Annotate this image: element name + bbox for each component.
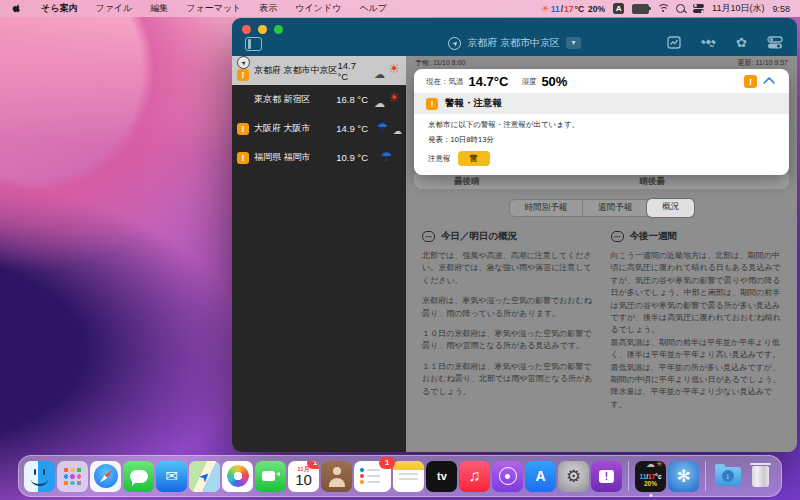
menu-edit[interactable]: 編集 bbox=[141, 2, 177, 15]
menubar-precip: 20% bbox=[588, 4, 605, 14]
cloud-sun-icon: ☁☀ bbox=[374, 91, 400, 109]
dock-facetime-icon[interactable] bbox=[255, 461, 286, 492]
dock-safari-icon[interactable] bbox=[90, 461, 121, 492]
city-temp: 14.7 °C bbox=[338, 60, 374, 82]
menu-window[interactable]: ウインドウ bbox=[286, 2, 350, 15]
humidity-value: 50% bbox=[541, 74, 567, 89]
menu-help[interactable]: ヘルプ bbox=[350, 2, 396, 15]
menu-app-name[interactable]: そら案内 bbox=[32, 2, 86, 15]
sidebar-row-tokyo[interactable]: 東京都 新宿区 16.8 °C ☁☀ bbox=[232, 85, 406, 114]
sidebar-row-osaka[interactable]: ! 大阪府 大阪市 14.9 °C ☂☁ bbox=[232, 114, 406, 143]
dock-appletv-icon[interactable]: tv bbox=[426, 461, 457, 492]
battery-icon[interactable] bbox=[632, 4, 649, 14]
dock-system-preferences-icon[interactable]: ⚙ bbox=[558, 461, 589, 492]
section-title: 今日／明日の概況 bbox=[441, 230, 517, 243]
menu-file[interactable]: ファイル bbox=[86, 2, 141, 15]
dock-calendar-icon[interactable]: 1 11月 10 bbox=[288, 461, 319, 492]
dock-messages-icon[interactable] bbox=[123, 461, 154, 492]
tab-weekly-forecast[interactable]: 週間予報 bbox=[583, 200, 648, 216]
control-center-icon[interactable] bbox=[693, 4, 704, 14]
sidebar-row-fukuoka[interactable]: ! 福岡県 福岡市 10.9 °C ☂ bbox=[232, 143, 406, 172]
location-icon: ➤ bbox=[448, 37, 461, 50]
week-paragraph: 最低気温は、平年並の所が多い見込みですが、期間の中頃に平年より低い日があるでしょ… bbox=[611, 362, 784, 387]
humidity-label: 湿度 bbox=[521, 77, 536, 87]
dock-podcasts-icon[interactable] bbox=[492, 461, 523, 492]
updated-time-label: 更新: 11/10 9:57 bbox=[738, 58, 788, 68]
speech-bubble-icon: ⋯ bbox=[611, 231, 624, 242]
dock-mail-icon[interactable]: ✉ bbox=[156, 461, 187, 492]
menubar-temp-low: 11 bbox=[551, 4, 560, 14]
sidebar-row-kyoto[interactable]: ➤ ! 京都府 京都市中京区 14.7 °C ☁☀ bbox=[232, 56, 406, 85]
spotlight-search-icon[interactable] bbox=[676, 4, 685, 13]
week-paragraph: 向こう一週間の近畿地方は、北部は、期間の中頃に高気圧に覆われて晴れる日もある見込… bbox=[611, 250, 784, 337]
forecast-main-panel: 予報: 11/10 8:00 更新: 11/10 9:57 現在：気温 14.7… bbox=[406, 56, 797, 452]
chart-button[interactable] bbox=[667, 36, 681, 49]
dock-appstore-icon[interactable]: A bbox=[525, 461, 556, 492]
dimmed-forecast-row: 曇後晴 晴後曇 bbox=[414, 174, 789, 189]
dock-contacts-icon[interactable] bbox=[321, 461, 352, 492]
dock-divider bbox=[705, 461, 706, 491]
city-temp: 16.8 °C bbox=[336, 94, 374, 105]
warning-badge-icon: ! bbox=[426, 98, 438, 110]
sora-annai-window: ➤ 京都府 京都市中京区 ▼ ✿ bbox=[232, 18, 797, 452]
menubar-date[interactable]: 11月10日(水) bbox=[712, 2, 764, 15]
city-name: 京都府 京都市中京区 bbox=[254, 64, 338, 77]
minimize-button[interactable] bbox=[258, 25, 267, 34]
calendar-day: 10 bbox=[295, 473, 312, 487]
dock-downloads-folder-icon[interactable]: ↓ bbox=[712, 461, 743, 492]
overview-paragraph: 京都府は、寒気や湿った空気の影響でおおむね曇り、雨の降っている所があります。 bbox=[422, 295, 595, 320]
current-conditions-alert-card: 現在：気温 14.7°C 湿度 50% ! ! 警報・注意報 京都市に以下の警報… bbox=[414, 69, 789, 175]
menubar-weather-widget[interactable]: ☀ 11/17°C 20% bbox=[541, 4, 605, 14]
sun-icon: ☀ bbox=[541, 4, 550, 14]
dock-feedback-assistant-icon[interactable]: ! bbox=[591, 461, 622, 492]
dock-maps-icon[interactable]: ➤ bbox=[189, 461, 220, 492]
close-button[interactable] bbox=[242, 25, 251, 34]
umbrella-icon: ☂ bbox=[374, 149, 400, 167]
location-sidebar: ➤ ! 京都府 京都市中京区 14.7 °C ☁☀ 東京都 新宿区 16.8 °… bbox=[232, 56, 406, 452]
tab-overview[interactable]: 概況 bbox=[647, 199, 694, 217]
apple-menu-icon[interactable] bbox=[12, 4, 22, 14]
warning-badge-icon: ! bbox=[744, 75, 757, 88]
dock-music-icon[interactable]: ♫ bbox=[459, 461, 490, 492]
tab-hourly-forecast[interactable]: 時間別予報 bbox=[510, 200, 584, 216]
desktop-wallpaper: そら案内 ファイル 編集 フォーマット 表示 ウインドウ ヘルプ ☀ 11/17… bbox=[0, 0, 800, 500]
warning-badge-icon: ! bbox=[237, 152, 249, 164]
sakura-button[interactable]: ✿ bbox=[736, 36, 747, 49]
forecast-time-label: 予報: 11/10 8:00 bbox=[415, 58, 465, 68]
advisory-thunder-chip[interactable]: 雷 bbox=[458, 151, 490, 166]
dock-photos-icon[interactable] bbox=[222, 461, 253, 492]
dock-finder-icon[interactable] bbox=[24, 461, 55, 492]
menu-bar: そら案内 ファイル 編集 フォーマット 表示 ウインドウ ヘルプ ☀ 11/17… bbox=[0, 0, 800, 17]
city-name: 東京都 新宿区 bbox=[254, 93, 311, 106]
today-weather-text: 曇後晴 bbox=[454, 176, 480, 188]
satellite-button[interactable] bbox=[701, 35, 716, 49]
menubar-temp-high: 17 bbox=[564, 4, 573, 14]
dock-reminders-icon[interactable]: 1 bbox=[354, 461, 391, 492]
city-name: 大阪府 大阪市 bbox=[254, 122, 311, 135]
wifi-icon[interactable] bbox=[657, 4, 668, 13]
dock-launchpad-icon[interactable] bbox=[57, 461, 88, 492]
city-name: 福岡県 福岡市 bbox=[254, 151, 311, 164]
notification-badge: 1 bbox=[307, 461, 319, 469]
settings-toggles-button[interactable] bbox=[767, 36, 783, 49]
menubar-time[interactable]: 9:58 bbox=[772, 4, 790, 14]
location-dropdown-button[interactable]: ▼ bbox=[566, 37, 581, 48]
city-temp: 14.9 °C bbox=[336, 123, 374, 134]
dock-sora-annai-weather-icon[interactable]: ☁☀ 11/17°c 20% bbox=[635, 461, 666, 492]
menu-format[interactable]: フォーマット bbox=[177, 2, 250, 15]
overview-paragraph: 北部では、強風や高波、高潮に注意してください。京都府では、急な強い雨や落雷に注意… bbox=[422, 250, 595, 287]
temp-separator: / bbox=[561, 4, 563, 14]
dock-time-machine-icon[interactable]: ✻ bbox=[668, 461, 699, 492]
today-tomorrow-overview-section: ⋯ 今日／明日の概況 北部では、強風や高波、高潮に注意してください。京都府では、… bbox=[422, 230, 595, 411]
dock-notes-icon[interactable] bbox=[393, 461, 424, 492]
menu-view[interactable]: 表示 bbox=[250, 2, 286, 15]
dock-trash-icon[interactable] bbox=[745, 461, 776, 492]
input-source-icon[interactable]: A bbox=[613, 3, 624, 14]
window-location-title: 京都府 京都市中京区 bbox=[467, 36, 560, 50]
alert-message: 京都市に以下の警報・注意報が出ています。 bbox=[428, 120, 775, 130]
zoom-button[interactable] bbox=[274, 25, 283, 34]
window-titlebar: ➤ 京都府 京都市中京区 ▼ ✿ bbox=[232, 18, 797, 56]
alert-section-title: 警報・注意報 bbox=[445, 97, 502, 110]
collapse-chevron-icon[interactable] bbox=[763, 77, 776, 90]
week-paragraph: 最高気温は、期間の前半は平年並か平年より低く、後半は平年並か平年より高い見込みで… bbox=[611, 337, 784, 362]
